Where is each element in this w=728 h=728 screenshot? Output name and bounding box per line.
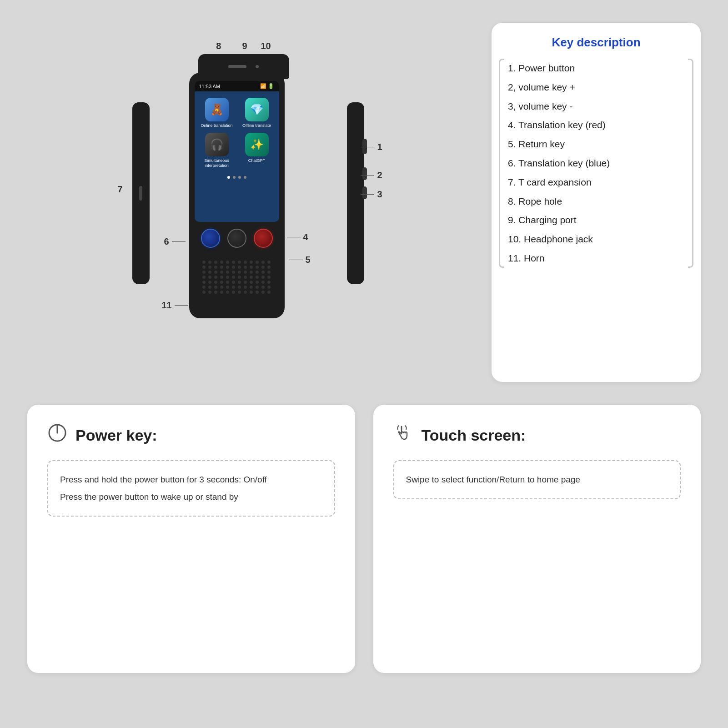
label-11: 11 bbox=[162, 300, 188, 311]
power-key-line-1: Press and hold the power button for 3 se… bbox=[60, 471, 322, 488]
t-card-slot bbox=[139, 186, 142, 201]
key-desc-item-4: 4. Translation key (red) bbox=[508, 115, 684, 135]
label-2: 2 bbox=[361, 170, 382, 181]
key-desc-item-7: 7. T card expansion bbox=[508, 173, 684, 192]
key-desc-list: 1. Power button 2, volume key + 3, volum… bbox=[508, 59, 684, 268]
key-desc-item-3: 3, volume key - bbox=[508, 97, 684, 116]
dot-1 bbox=[233, 176, 236, 179]
touch-screen-line-1: Swipe to select function/Return to home … bbox=[406, 471, 668, 488]
label-5: 5 bbox=[289, 255, 311, 265]
device-left-side bbox=[132, 102, 150, 284]
power-key-title: Power key: bbox=[75, 427, 157, 444]
key-desc-item-1: 1. Power button bbox=[508, 59, 684, 78]
key-desc-title: Key description bbox=[508, 35, 684, 50]
label-3: 3 bbox=[361, 189, 382, 200]
power-key-box: Power key: Press and hold the power butt… bbox=[27, 405, 355, 673]
touch-icon bbox=[393, 423, 413, 447]
icon-chatgpt-label: ChatGPT bbox=[248, 158, 266, 163]
key-desc-item-11: 11. Horn bbox=[508, 249, 684, 268]
speaker-grill bbox=[203, 261, 271, 308]
screen-wifi: 📶 🔋 bbox=[260, 83, 274, 89]
icon-sim-interp: 🎧 Simultaneous interpretation bbox=[199, 133, 235, 168]
headphone-jack-top bbox=[256, 65, 259, 68]
key-desc-item-2: 2, volume key + bbox=[508, 78, 684, 97]
key-desc-item-10: 10. Headphone jack bbox=[508, 230, 684, 249]
icon-sim-label: Simultaneous interpretation bbox=[199, 158, 235, 168]
charging-port-top bbox=[228, 65, 246, 68]
return-button[interactable] bbox=[227, 229, 246, 248]
icon-online-label: Online translation bbox=[201, 123, 232, 128]
dot-3 bbox=[244, 176, 246, 179]
dot-2 bbox=[238, 176, 241, 179]
touch-screen-box: Touch screen: Swipe to select function/R… bbox=[373, 405, 701, 673]
touch-screen-content: Swipe to select function/Return to home … bbox=[393, 460, 681, 499]
key-desc-item-5: 5. Return key bbox=[508, 135, 684, 154]
label-9: 9 bbox=[242, 41, 247, 51]
label-8: 8 bbox=[216, 41, 221, 51]
label-6: 6 bbox=[164, 236, 186, 247]
button-row bbox=[201, 229, 273, 248]
key-description-box: Key description 1. Power button 2, volum… bbox=[492, 23, 701, 382]
label-1: 1 bbox=[361, 142, 382, 152]
label-10: 10 bbox=[261, 41, 271, 51]
key-desc-item-8: 8. Rope hole bbox=[508, 192, 684, 211]
device-screen: 11:53 AM 📶 🔋 🧸 Online translation 💎 Offl… bbox=[195, 81, 279, 222]
key-desc-item-6: 6. Translation key (blue) bbox=[508, 154, 684, 173]
icon-offline-label: Offline translate bbox=[242, 123, 271, 128]
touch-screen-title: Touch screen: bbox=[422, 427, 526, 444]
translation-blue-button[interactable] bbox=[201, 229, 220, 248]
icon-offline-translate: 💎 Offline translate bbox=[239, 98, 275, 128]
power-key-content: Press and hold the power button for 3 se… bbox=[47, 460, 335, 517]
dot-active bbox=[227, 176, 230, 179]
label-7: 7 bbox=[118, 184, 123, 195]
icon-chatgpt: ✨ ChatGPT bbox=[239, 133, 275, 168]
label-4: 4 bbox=[287, 232, 308, 242]
screen-time: 11:53 AM bbox=[199, 84, 220, 89]
power-icon bbox=[47, 423, 67, 447]
device-main-body: 11:53 AM 📶 🔋 🧸 Online translation 💎 Offl… bbox=[189, 73, 285, 318]
translation-red-button[interactable] bbox=[254, 229, 273, 248]
icon-online-translation: 🧸 Online translation bbox=[199, 98, 235, 128]
power-key-line-2: Press the power button to wake up or sta… bbox=[60, 488, 322, 506]
key-desc-item-9: 9. Charging port bbox=[508, 211, 684, 230]
